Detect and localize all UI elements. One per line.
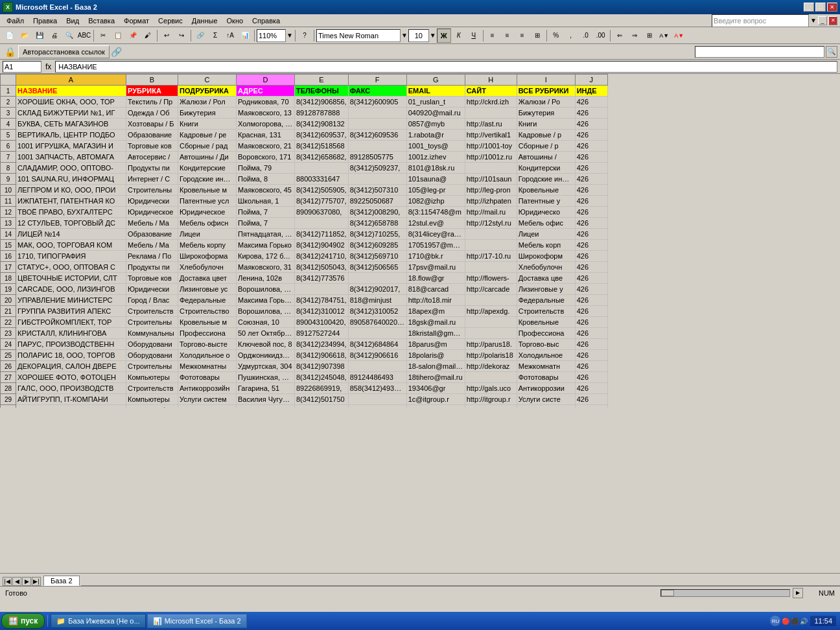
cell-data[interactable]: 8(3412)623261, [295,405,349,408]
cell-data[interactable]: 426 [575,284,607,295]
cell-data[interactable]: http://mail.ru [465,207,517,218]
cell-data[interactable]: 17psv@mail.ru [406,262,465,273]
cell-data[interactable]: Маяковского, 21 [237,141,295,152]
cell-data[interactable]: Гагарина, 51 [237,383,295,394]
cell-data[interactable]: Удмуртская, 304 [237,361,295,372]
help-search-box[interactable]: Введите вопрос [712,14,809,27]
cell-data[interactable]: Юридическо [517,207,575,218]
cell-data[interactable]: 1c@itgroup.r [406,394,465,405]
cell-data[interactable]: Лизинговые ус [178,284,237,295]
cell-data[interactable]: 1.rabota@r [406,130,465,141]
cell-data[interactable]: 89128787888 [295,108,349,119]
col-header-c[interactable]: C [178,75,237,86]
cell-data[interactable] [348,361,406,372]
cell-data[interactable]: Строительны [126,185,178,196]
minimize-button[interactable]: _ [804,3,814,12]
cell-data[interactable]: 8(3412)505043, [295,262,349,273]
cell-data[interactable]: СТАТУС+, ООО, ОПТОВАЯ С [16,262,126,273]
cell-data[interactable]: ПОЛАРИС 18, ООО, ТОРГОВ [16,350,126,361]
cell-data[interactable] [295,218,349,229]
cell-data[interactable]: Автошины / [517,152,575,163]
cell-data[interactable]: Карла Маркса, 1 [237,405,295,408]
cell-data[interactable] [295,284,349,295]
cell-data[interactable]: 8(3412)906856, [295,97,349,108]
tab-next-button[interactable]: ▶ [22,577,31,586]
cell-data[interactable]: Пятнадцатая, 51 [237,229,295,240]
cell-data[interactable]: Пойма, 7 [237,218,295,229]
cell-data[interactable]: ХОРОШИЕ ОКНА, ООО, ТОР [16,97,126,108]
cell-data[interactable]: Продукты пи [126,163,178,174]
cell-data[interactable]: Хозтовары / Б [126,119,178,130]
cell-data[interactable]: http://to18.mir [406,295,465,306]
cell-data[interactable]: 8(3412)310052 [348,306,406,317]
col-header-i[interactable]: I [517,75,575,86]
cell-data[interactable]: Бижутерия [517,108,575,119]
copy-button[interactable]: 📋 [111,29,125,43]
cell-data[interactable]: Автошины / Ди [178,152,237,163]
increase-indent[interactable]: ⇒ [627,29,642,43]
cell-data[interactable]: 8(3412)658682, [295,152,349,163]
menu-tools[interactable]: Сервис [154,16,187,25]
cell-data[interactable]: http://17-10.ru [465,251,517,262]
italic-button[interactable]: К [452,29,466,43]
cell-data[interactable]: Маяковского, 31 [237,262,295,273]
cell-data[interactable]: 8(3412)710255, [348,229,406,240]
cell-data[interactable]: Лизинговые у [517,284,575,295]
cell-data[interactable]: 8(3412)241710, [295,251,349,262]
cell-data[interactable]: Федеральные [517,295,575,306]
undo-button[interactable]: ↩ [159,29,174,43]
cell-data[interactable] [348,141,406,152]
cell-data[interactable]: Строительны [126,361,178,372]
cell-data[interactable]: Кадровые / ре [178,130,237,141]
cell-data[interactable]: Маяковского, 13 [237,108,295,119]
cell-data[interactable]: 193406@gr [406,383,465,394]
percent-button[interactable]: , [564,29,578,43]
autofit-button[interactable]: Авторасстановка ссылок [18,45,110,58]
cell-data[interactable]: 89124486493 [348,372,406,383]
cell-data[interactable]: Городские инфорн [517,174,575,185]
align-right-button[interactable]: ≡ [515,29,530,43]
cell-data[interactable]: ГИБСТРОЙКОМПЛЕКТ, ТОР [16,317,126,328]
cell-data[interactable]: 426 [575,328,607,339]
cell-data[interactable]: 8(3412)245048, [295,372,349,383]
cell-data[interactable]: 426 [575,185,607,196]
search-btn[interactable]: 🔍 [826,46,837,58]
cell-data[interactable]: 18apex@m [406,306,465,317]
cell-data[interactable]: http://carcade [465,284,517,295]
cell-data[interactable]: ПЕРВАЛ ДИЖЕРСКАЯ ДАЛО [16,405,126,408]
cell-data[interactable]: 18parus@m [406,339,465,350]
cell-data[interactable]: 8(3412)609285 [348,240,406,251]
cell-data[interactable]: http://12styl.ru [465,218,517,229]
cell-data[interactable]: 8(3412)505905, [295,185,349,196]
cell-data[interactable] [465,108,517,119]
cell-data[interactable]: http://izhpaten [465,196,517,207]
cell-data[interactable]: 8(3412)907398 [295,361,349,372]
menu-insert[interactable]: Вставка [84,16,119,25]
cell-data[interactable]: Воровского, 171 [237,152,295,163]
cell-data[interactable]: 1001 ИГРУШКА, МАГАЗИН И [16,141,126,152]
cell-data[interactable]: 8(3412)569710 [348,251,406,262]
cell-data[interactable]: Мебель / Ма [126,240,178,251]
cell-data[interactable]: 8(3412)509237, [348,163,406,174]
cell-data[interactable]: 8(3412)906616 [348,350,406,361]
cell-data[interactable]: Торгово-высте [178,339,237,350]
cell-data[interactable]: 8(3412)684864 [348,339,406,350]
menu-view[interactable]: Вид [62,16,83,25]
cell-data[interactable]: Городские информационные сай [178,174,237,185]
cell-data[interactable]: Федеральные [178,295,237,306]
cell-a1[interactable]: НАЗВАНИЕ [16,86,126,97]
scroll-right-btn[interactable]: ▶ [793,588,803,598]
cell-data[interactable]: 8(314licey@rambler.ru [406,229,465,240]
cell-data[interactable]: 8101@18sk.ru [406,163,465,174]
cell-data[interactable]: http://1001-toy [465,141,517,152]
maximize-button[interactable]: □ [815,3,826,12]
cell-data[interactable]: 426 [575,130,607,141]
bold-button[interactable]: Ж [437,29,451,43]
cell-data[interactable]: Книги [178,119,237,130]
col-header-f[interactable]: F [348,75,406,86]
cell-data[interactable]: 426 [575,196,607,207]
cell-data[interactable]: Холмогорова, 11 [237,119,295,130]
cell-data[interactable]: 426 [575,361,607,372]
zoom-dropdown[interactable]: ▼ [286,32,293,39]
cell-data[interactable]: Пойма, 79 [237,163,295,174]
